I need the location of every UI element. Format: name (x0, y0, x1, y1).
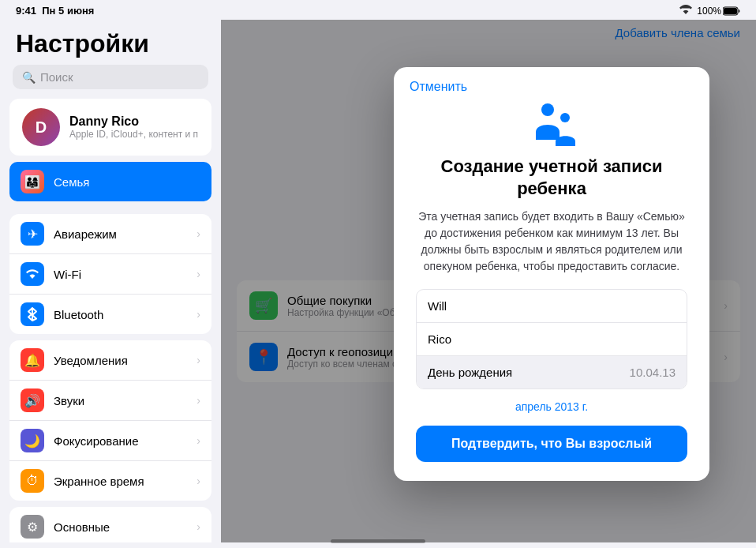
bluetooth-icon (21, 302, 44, 326)
name-input-group: Will Rico День рождения 10.04.13 (416, 289, 687, 389)
chevron-icon: › (196, 308, 200, 321)
main-layout: Настройки 🔍 Поиск D Danny Rico Apple ID,… (0, 20, 756, 542)
sidebar-item-notifications[interactable]: 🔔 Уведомления › (9, 340, 211, 381)
battery-icon: 100% (697, 6, 740, 17)
birthday-row[interactable]: День рождения 10.04.13 (417, 356, 687, 388)
sidebar-item-airplane[interactable]: ✈ Авиарежим › (9, 214, 211, 254)
screentime-icon: ⏱ (21, 469, 44, 493)
settings-group-network: ✈ Авиарежим › Wi-Fi › Bluetooth › (9, 214, 211, 334)
notifications-icon: 🔔 (21, 348, 44, 372)
sidebar: Настройки 🔍 Поиск D Danny Rico Apple ID,… (0, 20, 221, 542)
sidebar-item-label: Семья (54, 175, 89, 189)
sidebar-item-general[interactable]: ⚙ Основные › (9, 507, 211, 542)
month-label: апрель 2013 г. (416, 400, 687, 413)
sidebar-item-screentime[interactable]: ⏱ Экранное время › (9, 461, 211, 501)
modal-title: Создание учетной записи ребенка (416, 156, 687, 199)
search-placeholder: Поиск (40, 70, 73, 84)
content-area: Добавить члена семьи 🛒 Общие покупки Нас… (221, 20, 756, 542)
confirm-adult-button[interactable]: Подтвердить, что Вы взрослый (416, 426, 687, 462)
sidebar-item-bluetooth[interactable]: Bluetooth › (9, 295, 211, 334)
status-time: 9:41 Пн 5 июня (16, 5, 94, 17)
family-people-icon (416, 100, 687, 148)
wifi-icon (679, 5, 692, 17)
user-profile[interactable]: D Danny Rico Apple ID, iCloud+, контент … (9, 99, 211, 156)
wifi-settings-icon (21, 262, 44, 286)
general-icon: ⚙ (21, 515, 44, 539)
chevron-icon: › (196, 520, 200, 533)
chevron-icon: › (196, 394, 200, 407)
sounds-icon: 🔊 (21, 388, 44, 412)
modal-cancel-button[interactable]: Отменить (394, 67, 709, 94)
sidebar-item-family[interactable]: 👨‍👩‍👧 Семья (9, 162, 211, 201)
ipad-screen: 9:41 Пн 5 июня 100% Настройки 🔍 Поиск D (0, 0, 756, 548)
status-bar: 9:41 Пн 5 июня 100% (0, 0, 756, 20)
chevron-icon: › (196, 475, 200, 487)
status-indicators: 100% (679, 5, 740, 17)
airplane-icon: ✈ (21, 222, 44, 246)
search-icon: 🔍 (22, 71, 36, 84)
chevron-icon: › (196, 354, 200, 366)
avatar: D (22, 108, 60, 146)
settings-group-general: ⚙ Основные › Пункт управления › (9, 507, 211, 542)
svg-rect-1 (724, 8, 737, 14)
sidebar-title: Настройки (0, 20, 221, 65)
family-icon: 👨‍👩‍👧 (21, 170, 44, 193)
chevron-icon: › (196, 434, 200, 447)
firstname-input[interactable]: Will (417, 290, 687, 323)
sidebar-item-sounds[interactable]: 🔊 Звуки › (9, 381, 211, 421)
sidebar-item-focus[interactable]: 🌙 Фокусирование › (9, 421, 211, 461)
settings-group-notifications: 🔔 Уведомления › 🔊 Звуки › 🌙 Фокусировани… (9, 340, 211, 501)
lastname-input[interactable]: Rico (417, 323, 687, 356)
user-subtitle: Apple ID, iCloud+, контент и п (69, 129, 198, 140)
chevron-icon: › (196, 268, 200, 280)
chevron-icon: › (196, 227, 200, 240)
user-info: Danny Rico Apple ID, iCloud+, контент и … (69, 114, 198, 140)
svg-point-6 (541, 103, 554, 116)
user-name: Danny Rico (69, 114, 198, 129)
create-child-account-modal: Отменить Создание учетной запи (394, 67, 709, 481)
modal-description: Эта учетная запись будет входить в Вашу … (416, 208, 687, 275)
search-bar[interactable]: 🔍 Поиск (13, 65, 208, 89)
modal-body: Создание учетной записи ребенка Эта учет… (394, 94, 709, 481)
svg-point-7 (560, 113, 570, 122)
sidebar-item-wifi[interactable]: Wi-Fi › (9, 254, 211, 295)
focus-icon: 🌙 (21, 429, 44, 452)
